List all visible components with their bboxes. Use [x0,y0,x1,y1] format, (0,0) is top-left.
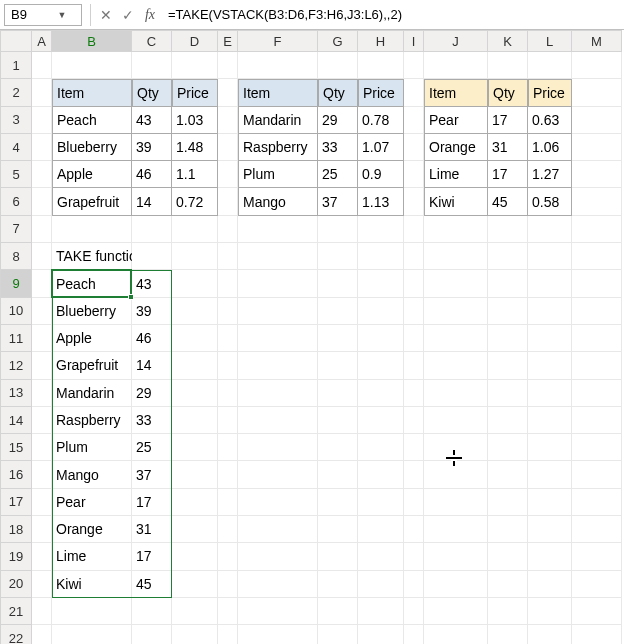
cell-C20[interactable]: 45 [132,571,172,598]
cell-E16[interactable] [218,461,238,488]
formula-input[interactable]: =TAKE(VSTACK(B3:D6,F3:H6,J3:L6),,2) [161,4,624,26]
cell-M20[interactable] [572,571,622,598]
cell-H11[interactable] [358,325,404,352]
row-header-2[interactable]: 2 [0,79,32,106]
cell-B5[interactable]: Apple [52,161,132,188]
cell-B16[interactable]: Mango [52,461,132,488]
cell-D2[interactable]: Price [172,79,218,106]
row-header-10[interactable]: 10 [0,298,32,325]
cell-E2[interactable] [218,79,238,106]
cell-A19[interactable] [32,543,52,570]
cell-H6[interactable]: 1.13 [358,188,404,215]
col-header-I[interactable]: I [404,30,424,52]
cell-K1[interactable] [488,52,528,79]
cell-M8[interactable] [572,243,622,270]
cell-J22[interactable] [424,625,488,644]
cell-C6[interactable]: 14 [132,188,172,215]
cell-M21[interactable] [572,598,622,625]
cell-H14[interactable] [358,407,404,434]
cell-M2[interactable] [572,79,622,106]
cell-I6[interactable] [404,188,424,215]
cell-A4[interactable] [32,134,52,161]
cell-C19[interactable]: 17 [132,543,172,570]
cell-C11[interactable]: 46 [132,325,172,352]
cell-A16[interactable] [32,461,52,488]
accept-icon[interactable]: ✓ [117,4,139,26]
cell-D10[interactable] [172,298,218,325]
cell-E4[interactable] [218,134,238,161]
col-header-B[interactable]: B [52,30,132,52]
row-header-4[interactable]: 4 [0,134,32,161]
cell-B19[interactable]: Lime [52,543,132,570]
cell-I17[interactable] [404,489,424,516]
cell-E18[interactable] [218,516,238,543]
cell-D8[interactable] [172,243,218,270]
row-header-18[interactable]: 18 [0,516,32,543]
cell-D14[interactable] [172,407,218,434]
cell-M10[interactable] [572,298,622,325]
row-header-20[interactable]: 20 [0,571,32,598]
cell-H16[interactable] [358,461,404,488]
cell-M9[interactable] [572,270,622,297]
cell-K2[interactable]: Qty [488,79,528,106]
cell-L22[interactable] [528,625,572,644]
cell-L17[interactable] [528,489,572,516]
row-header-22[interactable]: 22 [0,625,32,644]
cell-M18[interactable] [572,516,622,543]
cell-G17[interactable] [318,489,358,516]
cell-E8[interactable] [218,243,238,270]
cell-I9[interactable] [404,270,424,297]
cell-F10[interactable] [238,298,318,325]
cell-A17[interactable] [32,489,52,516]
cell-K11[interactable] [488,325,528,352]
row-header-13[interactable]: 13 [0,380,32,407]
cell-K19[interactable] [488,543,528,570]
cell-H8[interactable] [358,243,404,270]
cell-G8[interactable] [318,243,358,270]
cell-M19[interactable] [572,543,622,570]
cell-B15[interactable]: Plum [52,434,132,461]
cell-L15[interactable] [528,434,572,461]
cell-K21[interactable] [488,598,528,625]
cell-M1[interactable] [572,52,622,79]
cell-I7[interactable] [404,216,424,243]
spreadsheet[interactable]: A B C D E F G H I J K L M 12ItemQtyPrice… [0,30,624,644]
cell-A20[interactable] [32,571,52,598]
cell-B18[interactable]: Orange [52,516,132,543]
row-header-14[interactable]: 14 [0,407,32,434]
cell-B4[interactable]: Blueberry [52,134,132,161]
cell-J11[interactable] [424,325,488,352]
cell-D17[interactable] [172,489,218,516]
grid-body[interactable]: 12ItemQtyPriceItemQtyPriceItemQtyPrice3P… [0,52,624,644]
cell-E12[interactable] [218,352,238,379]
cell-J15[interactable] [424,434,488,461]
cell-C1[interactable] [132,52,172,79]
cell-H22[interactable] [358,625,404,644]
cell-B20[interactable]: Kiwi [52,571,132,598]
cell-E21[interactable] [218,598,238,625]
cell-A2[interactable] [32,79,52,106]
cell-C12[interactable]: 14 [132,352,172,379]
cell-F17[interactable] [238,489,318,516]
cell-L6[interactable]: 0.58 [528,188,572,215]
cell-K12[interactable] [488,352,528,379]
cell-F15[interactable] [238,434,318,461]
cell-A12[interactable] [32,352,52,379]
cell-L21[interactable] [528,598,572,625]
row-header-3[interactable]: 3 [0,107,32,134]
cell-L2[interactable]: Price [528,79,572,106]
cell-C8[interactable] [132,243,172,270]
cell-G12[interactable] [318,352,358,379]
cell-G19[interactable] [318,543,358,570]
cell-A18[interactable] [32,516,52,543]
cell-E6[interactable] [218,188,238,215]
col-header-K[interactable]: K [488,30,528,52]
cell-I8[interactable] [404,243,424,270]
cell-A8[interactable] [32,243,52,270]
cell-I18[interactable] [404,516,424,543]
cell-F8[interactable] [238,243,318,270]
cell-F20[interactable] [238,571,318,598]
cell-E17[interactable] [218,489,238,516]
cell-I21[interactable] [404,598,424,625]
cell-H18[interactable] [358,516,404,543]
